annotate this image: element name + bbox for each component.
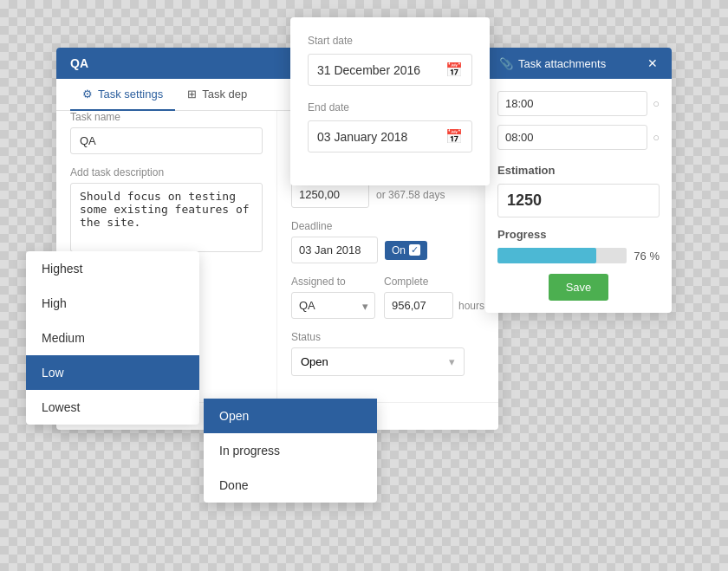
end-date-calendar-icon[interactable]: 📅 — [445, 128, 463, 145]
right-panel: 📎 Task attachments ✕ ○ ○ Estimation 1250… — [485, 48, 672, 313]
tab-task-dep[interactable]: ⊞ Task dep — [175, 79, 259, 111]
clock1-icon: ○ — [653, 97, 660, 110]
status-dropdown: Open In progress Done — [204, 399, 377, 503]
time2-input[interactable] — [497, 125, 647, 150]
right-panel-title: Task attachments — [518, 57, 606, 70]
time1-input[interactable] — [497, 91, 647, 116]
status-item-open[interactable]: Open — [204, 399, 377, 433]
priority-item-lowest[interactable]: Lowest — [26, 390, 199, 425]
complete-input[interactable] — [384, 292, 453, 319]
save-button[interactable]: Save — [549, 274, 609, 301]
hours-label: hours — [458, 300, 484, 312]
priority-item-high[interactable]: High — [26, 286, 199, 321]
assigned-select-wrapper: QA — [291, 292, 375, 319]
attachment-icon: 📎 — [499, 57, 513, 70]
deadline-toggle[interactable]: On ✓ — [385, 241, 427, 260]
priority-item-low[interactable]: Low — [26, 355, 199, 390]
start-date-calendar-icon[interactable]: 📅 — [445, 62, 463, 78]
task-name-label: Task name — [70, 111, 263, 123]
time1-row: ○ — [497, 91, 660, 116]
progress-bar-container: 76 % — [497, 248, 660, 263]
end-date-value: 03 January 2018 — [317, 130, 407, 144]
progress-bar-bg — [497, 248, 627, 263]
status-trigger[interactable]: Open ▾ — [291, 347, 465, 376]
progress-bar-fill — [497, 248, 596, 263]
task-description-input[interactable]: Should focus on testing some existing fe… — [70, 183, 263, 252]
chevron-down-icon: ▾ — [449, 355, 455, 368]
assigned-label: Assigned to — [291, 276, 375, 288]
complete-label: Complete — [384, 276, 484, 288]
priority-dropdown: Highest High Medium Low Lowest — [26, 251, 199, 425]
deadline-label: Deadline — [291, 220, 484, 232]
right-panel-header: 📎 Task attachments ✕ — [485, 48, 672, 79]
task-description-label: Add task description — [70, 166, 263, 178]
progress-pct: 76 % — [634, 250, 660, 263]
start-date-input-row[interactable]: 31 December 2016 📅 — [308, 54, 472, 86]
deadline-input[interactable] — [291, 237, 378, 263]
assigned-group: Assigned to QA — [291, 276, 375, 319]
estimation-label: Estimation — [497, 164, 660, 177]
assigned-complete-row: Assigned to QA Complete hours — [291, 276, 484, 331]
time2-row: ○ — [497, 125, 660, 150]
estimation-value: 1250 — [497, 184, 660, 217]
close-button[interactable]: ✕ — [647, 56, 658, 70]
status-trigger-value: Open — [301, 355, 328, 368]
start-date-label: Start date — [308, 35, 472, 47]
end-date-label: End date — [308, 101, 472, 114]
complete-group: Complete hours — [384, 276, 484, 319]
task-dep-icon: ⊞ — [187, 88, 197, 101]
tab-task-settings[interactable]: ⚙ Task settings — [70, 79, 175, 111]
task-name-group: Task name — [70, 111, 263, 154]
duration-alt: or 367.58 days — [376, 189, 445, 201]
status-group: Status Open ▾ — [291, 331, 484, 376]
panel-title: QA — [70, 56, 88, 70]
deadline-group: Deadline On ✓ — [291, 220, 484, 263]
clock2-icon: ○ — [653, 131, 660, 144]
gear-icon: ⚙ — [82, 88, 93, 101]
task-description-group: Add task description Should focus on tes… — [70, 166, 263, 255]
status-item-done[interactable]: Done — [204, 468, 377, 503]
check-icon: ✓ — [409, 244, 420, 256]
start-date-value: 31 December 2016 — [317, 63, 420, 77]
end-date-input-row[interactable]: 03 January 2018 📅 — [308, 120, 472, 152]
date-picker-popup: Start date 31 December 2016 📅 End date 0… — [290, 17, 490, 185]
status-item-inprogress[interactable]: In progress — [204, 433, 377, 468]
priority-item-highest[interactable]: Highest — [26, 251, 199, 286]
priority-item-medium[interactable]: Medium — [26, 321, 199, 355]
task-name-input[interactable] — [70, 127, 263, 154]
progress-label: Progress — [497, 228, 660, 241]
status-label: Status — [291, 331, 484, 343]
assigned-select[interactable]: QA — [291, 292, 375, 319]
deadline-row: On ✓ — [291, 237, 484, 263]
right-panel-body: ○ ○ Estimation 1250 Progress 76 % Save — [485, 79, 672, 313]
complete-row: hours — [384, 292, 484, 319]
